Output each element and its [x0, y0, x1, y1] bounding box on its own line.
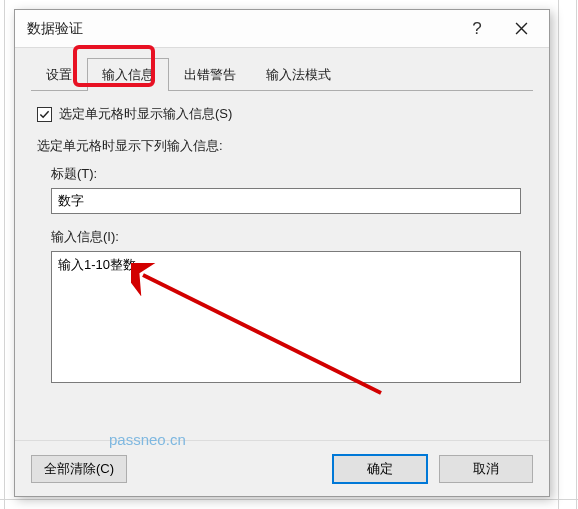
cancel-button[interactable]: 取消 [439, 455, 533, 483]
clear-all-button[interactable]: 全部清除(C) [31, 455, 127, 483]
tab-settings[interactable]: 设置 [31, 58, 87, 91]
dialog-title: 数据验证 [27, 20, 455, 38]
ok-button[interactable]: 确定 [333, 455, 427, 483]
section-label: 选定单元格时显示下列输入信息: [37, 137, 527, 155]
message-field-label: 输入信息(I): [51, 228, 527, 246]
dialog-titlebar: 数据验证 ? [15, 10, 549, 48]
dialog-button-row: 全部清除(C) 确定 取消 [15, 440, 549, 496]
title-field-label: 标题(T): [51, 165, 527, 183]
close-button[interactable] [499, 14, 543, 44]
tab-ime-mode[interactable]: 输入法模式 [251, 58, 346, 91]
checkbox-label: 选定单元格时显示输入信息(S) [59, 105, 232, 123]
tab-error-alert[interactable]: 出错警告 [169, 58, 251, 91]
title-input[interactable] [51, 188, 521, 214]
show-input-message-checkbox-row[interactable]: 选定单元格时显示输入信息(S) [37, 105, 527, 123]
checkbox-icon [37, 107, 52, 122]
help-button[interactable]: ? [455, 14, 499, 44]
message-textarea[interactable] [51, 251, 521, 383]
data-validation-dialog: 数据验证 ? 设置 输入信息 出错警告 输入法模式 选定单元格时显示输入信 [14, 9, 550, 497]
close-icon [515, 22, 528, 35]
tab-input-message[interactable]: 输入信息 [87, 58, 169, 91]
tab-row: 设置 输入信息 出错警告 输入法模式 [31, 58, 533, 91]
